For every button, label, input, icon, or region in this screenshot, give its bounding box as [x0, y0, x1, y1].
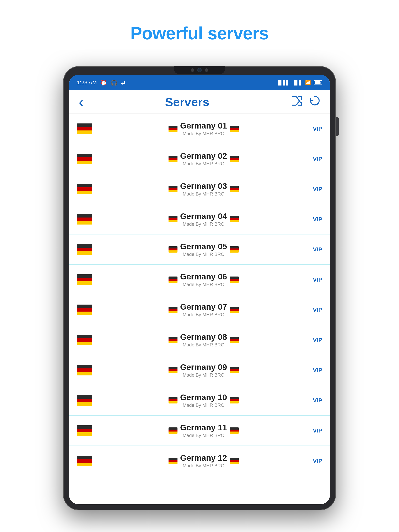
vip-badge: VIP — [309, 458, 322, 464]
flag-inline-right — [230, 186, 239, 192]
server-name: Germany 01 — [180, 121, 227, 130]
server-item[interactable]: Germany 10 Made By MHR BRO VIP — [69, 385, 330, 416]
server-name: Germany 09 — [180, 363, 227, 372]
flag-left — [77, 335, 92, 345]
server-sub: Made By MHR BRO — [180, 252, 227, 257]
server-sub: Made By MHR BRO — [180, 312, 227, 317]
server-text: Germany 11 Made By MHR BRO — [180, 423, 227, 438]
status-left: 1:23 AM ⏰ 🎧 ⇄ — [77, 79, 125, 86]
vip-badge: VIP — [309, 306, 322, 313]
status-bar: 1:23 AM ⏰ 🎧 ⇄ ▐▌▌▌ ▐▌▌ 📶 — [69, 75, 330, 90]
server-text: Germany 07 Made By MHR BRO — [180, 302, 227, 317]
server-text: Germany 09 Made By MHR BRO — [180, 363, 227, 378]
power-button — [336, 117, 339, 136]
server-sub: Made By MHR BRO — [180, 342, 227, 348]
server-item[interactable]: Germany 01 Made By MHR BRO VIP — [69, 114, 330, 144]
page-title: Powerful servers — [0, 0, 399, 44]
server-name: Germany 02 — [180, 151, 227, 161]
flag-left — [77, 304, 92, 315]
flag-inline-right — [230, 337, 239, 343]
shuffle-button[interactable] — [291, 95, 303, 109]
flag-left — [77, 244, 92, 255]
server-info: Germany 12 Made By MHR BRO — [98, 453, 309, 469]
server-name: Germany 05 — [180, 242, 227, 251]
server-info: Germany 03 Made By MHR BRO — [98, 182, 309, 197]
status-time: 1:23 AM — [77, 79, 97, 86]
flag-left — [77, 395, 92, 406]
flag-left — [77, 274, 92, 285]
alarm-icon: ⏰ — [100, 79, 107, 86]
header-actions — [291, 95, 320, 109]
server-name: Germany 10 — [180, 393, 227, 402]
signal-icon-2: ▐▌▌ — [292, 80, 302, 85]
server-text: Germany 10 Made By MHR BRO — [180, 393, 227, 408]
flag-inline-left — [168, 246, 178, 253]
server-info: Germany 11 Made By MHR BRO — [98, 423, 309, 438]
vip-badge: VIP — [309, 367, 322, 374]
flag-inline-right — [230, 458, 239, 464]
server-item[interactable]: Germany 07 Made By MHR BRO VIP — [69, 295, 330, 325]
server-text: Germany 12 Made By MHR BRO — [180, 453, 227, 469]
server-text: Germany 08 Made By MHR BRO — [180, 332, 227, 348]
refresh-button[interactable] — [309, 95, 320, 109]
server-text: Germany 03 Made By MHR BRO — [180, 182, 227, 197]
server-text: Germany 01 Made By MHR BRO — [180, 121, 227, 136]
server-item[interactable]: Germany 09 Made By MHR BRO VIP — [69, 355, 330, 385]
camera-bar — [174, 66, 225, 74]
server-item[interactable]: Germany 12 Made By MHR BRO VIP — [69, 446, 330, 476]
camera-lens — [197, 68, 202, 72]
flag-inline-right — [230, 246, 239, 253]
server-info: Germany 08 Made By MHR BRO — [98, 332, 309, 348]
server-item[interactable]: Germany 02 Made By MHR BRO VIP — [69, 144, 330, 174]
headphone-icon: 🎧 — [111, 79, 117, 86]
server-text: Germany 02 Made By MHR BRO — [180, 151, 227, 166]
flag-inline-left — [168, 186, 178, 192]
status-right: ▐▌▌▌ ▐▌▌ 📶 — [277, 80, 322, 85]
server-sub: Made By MHR BRO — [180, 131, 227, 136]
server-item[interactable]: Germany 11 Made By MHR BRO VIP — [69, 416, 330, 446]
flag-left — [77, 365, 92, 375]
server-name: Germany 04 — [180, 212, 227, 221]
battery-icon — [314, 80, 322, 85]
back-button[interactable]: ‹ — [79, 95, 83, 109]
server-item[interactable]: Germany 05 Made By MHR BRO VIP — [69, 234, 330, 265]
server-sub: Made By MHR BRO — [180, 282, 227, 287]
flag-inline-left — [168, 156, 178, 162]
app-header: ‹ Servers — [69, 90, 330, 114]
server-list: Germany 01 Made By MHR BRO VIP Germany 0 — [69, 114, 330, 476]
vip-badge: VIP — [309, 246, 322, 253]
server-info: Germany 04 Made By MHR BRO — [98, 212, 309, 227]
tablet-screen: 1:23 AM ⏰ 🎧 ⇄ ▐▌▌▌ ▐▌▌ 📶 ‹ Servers — [69, 75, 330, 504]
flag-left — [77, 184, 92, 194]
server-info: Germany 02 Made By MHR BRO — [98, 151, 309, 166]
flag-inline-left — [168, 337, 178, 343]
battery-fill — [315, 81, 320, 84]
server-item[interactable]: Germany 03 Made By MHR BRO VIP — [69, 174, 330, 204]
server-name: Germany 11 — [180, 423, 227, 432]
vip-badge: VIP — [309, 427, 322, 434]
server-item[interactable]: Germany 06 Made By MHR BRO VIP — [69, 265, 330, 295]
flag-inline-left — [168, 277, 178, 283]
vip-badge: VIP — [309, 186, 322, 192]
flag-inline-left — [168, 216, 178, 222]
server-item[interactable]: Germany 08 Made By MHR BRO VIP — [69, 325, 330, 355]
server-item[interactable]: Germany 04 Made By MHR BRO VIP — [69, 204, 330, 234]
server-sub: Made By MHR BRO — [180, 372, 227, 378]
flag-left — [77, 456, 92, 466]
flag-inline-left — [168, 427, 178, 434]
flag-left — [77, 123, 92, 134]
tablet-frame: 1:23 AM ⏰ 🎧 ⇄ ▐▌▌▌ ▐▌▌ 📶 ‹ Servers — [63, 66, 336, 510]
flag-inline-left — [168, 367, 178, 373]
server-name: Germany 12 — [180, 453, 227, 463]
flag-inline-left — [168, 397, 178, 404]
server-info: Germany 10 Made By MHR BRO — [98, 393, 309, 408]
server-text: Germany 05 Made By MHR BRO — [180, 242, 227, 257]
server-sub: Made By MHR BRO — [180, 222, 227, 227]
flag-inline-left — [168, 307, 178, 313]
server-info: Germany 07 Made By MHR BRO — [98, 302, 309, 317]
flag-left — [77, 214, 92, 225]
flag-inline-left — [168, 126, 178, 132]
vip-badge: VIP — [309, 397, 322, 404]
flag-inline-right — [230, 427, 239, 434]
flag-inline-right — [230, 367, 239, 373]
